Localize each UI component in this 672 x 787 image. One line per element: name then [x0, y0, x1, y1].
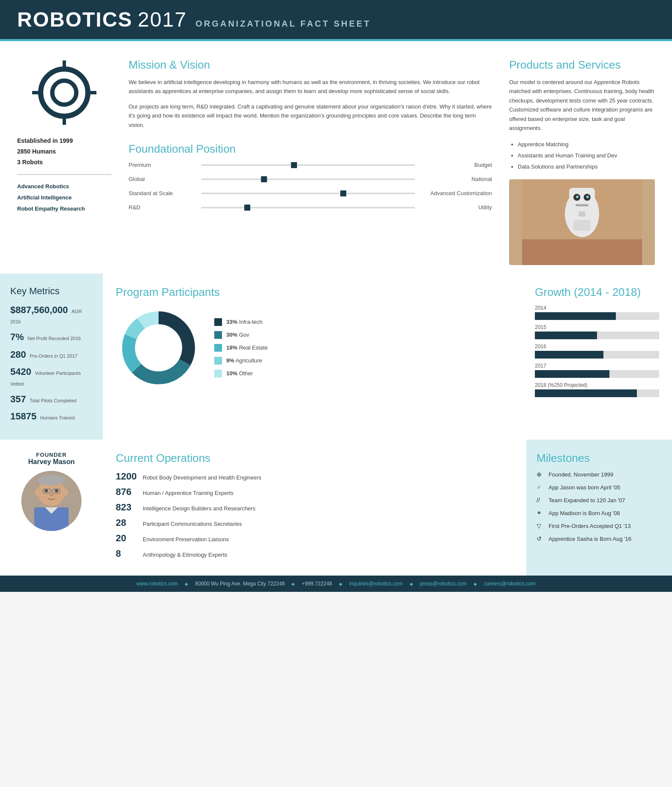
- metric-preorders: 280 Pre-Orders in Q1 2017: [10, 348, 93, 362]
- expertise-list: Advanced Robotics Artificial Intelligenc…: [17, 181, 111, 214]
- expertise-2: Artificial Intelligence: [17, 192, 111, 203]
- pos-dot-1: [291, 162, 297, 168]
- legend-label-other: 10% Other: [226, 370, 253, 377]
- growth-track-2014: [535, 312, 659, 320]
- metric-agr-value: $887,560,000: [10, 305, 68, 315]
- robot-svg: [522, 179, 642, 265]
- op-20-label: Environment Preservation Liaisons: [143, 536, 229, 543]
- metric-volunteers-value: 5420: [10, 366, 31, 377]
- svg-point-1: [52, 81, 76, 105]
- footer-diamond-1: ◆: [185, 582, 188, 586]
- position-row-4: R&D Utility: [129, 204, 492, 211]
- svg-rect-16: [522, 239, 642, 265]
- svg-rect-27: [214, 370, 222, 377]
- op-20-value: 20: [116, 533, 139, 544]
- milestone-text-6: Apprentice Sasha is Born Aug '16: [549, 536, 631, 542]
- svg-rect-15: [573, 220, 591, 231]
- milestone-6: ↺ Apprentice Sasha is Born Aug '16: [537, 535, 662, 542]
- footer-email1[interactable]: inquiries@robotics.com: [349, 581, 403, 587]
- operations-title: Current Operations: [116, 452, 513, 465]
- founder-avatar: [21, 471, 81, 531]
- milestone-icon-5: ▽: [537, 522, 544, 529]
- established-line: Established in 1999: [17, 136, 111, 146]
- footer-email3[interactable]: careers@robotics.com: [484, 581, 535, 587]
- products-title: Products and Services: [509, 58, 655, 72]
- op-8: 8 Anthropology & Etimology Experts: [116, 548, 513, 559]
- pos-label-premium: Premium: [129, 162, 201, 168]
- legend-label-agriculture: 9% Agriculture: [226, 357, 262, 364]
- pos-label-global: Global: [129, 176, 201, 182]
- growth-bar-2018: [535, 389, 637, 397]
- donut-chart: [116, 305, 201, 391]
- milestone-text-3: Team Expanded to 120 Jan '07: [549, 497, 625, 504]
- footer-website[interactable]: www.robotics.com: [137, 581, 178, 587]
- pos-dot-2: [261, 176, 267, 182]
- svg-point-32: [62, 488, 68, 496]
- growth-title: Growth (2014 - 2018): [535, 286, 659, 299]
- metrics-box: Key Metrics $887,560,000 AGR 2016 7% Net…: [0, 274, 103, 440]
- svg-rect-8: [569, 188, 595, 211]
- header-subtitle: ORGANIZATIONAL FACT SHEET: [195, 19, 371, 29]
- position-row-3: Standard at Scale Advanced Customization: [129, 190, 492, 196]
- divider: [17, 174, 111, 175]
- expertise-1: Advanced Robotics: [17, 181, 111, 192]
- legend-agriculture: 9% Agriculture: [214, 357, 268, 365]
- mission-para2: Our projects are long term, R&D integrat…: [129, 102, 492, 130]
- header-title-bold: ROBOTICS: [17, 8, 132, 31]
- pos-dot-3: [340, 190, 346, 196]
- legend-label-gov: 30% Gov: [226, 332, 249, 338]
- header-year: 2017: [138, 8, 187, 31]
- svg-point-0: [41, 69, 88, 116]
- growth-bar-2016: [535, 351, 603, 359]
- op-876: 876 Human / Apprentice Training Experts: [116, 486, 513, 498]
- svg-point-38: [50, 494, 53, 496]
- op-876-label: Human / Apprentice Training Experts: [143, 490, 234, 496]
- op-823-value: 823: [116, 502, 139, 513]
- robots-line: 3 Robots: [17, 157, 111, 168]
- growth-bar-2017: [535, 370, 609, 378]
- pos-label-utility: Utility: [415, 204, 492, 211]
- bottom-section: FOUNDER Harvey Mason: [0, 440, 672, 576]
- milestone-icon-4: ⚭: [537, 510, 544, 516]
- footer-email2[interactable]: press@robotics.com: [420, 581, 467, 587]
- metric-pilots-value: 357: [10, 394, 26, 404]
- metric-pilots-label: Total Pilots Completed: [30, 398, 76, 403]
- milestone-text-4: App Madison is Born Aug '08: [549, 510, 620, 516]
- milestone-icon-1: ⊕: [537, 471, 544, 478]
- metrics-title: Key Metrics: [10, 286, 93, 297]
- svg-point-33: [45, 489, 48, 492]
- op-28: 28 Participant Communications Secretarie…: [116, 517, 513, 528]
- milestone-icon-6: ↺: [537, 535, 544, 542]
- program-section: Program Participants: [103, 274, 526, 440]
- legend-dot-other: [214, 370, 222, 377]
- legend-dot-agriculture: [214, 357, 222, 365]
- top-section: Established in 1999 2850 Humans 3 Robots…: [0, 41, 672, 274]
- metric-agr: $887,560,000 AGR 2016: [10, 304, 93, 326]
- svg-point-12: [586, 196, 589, 198]
- logo-circle: [30, 58, 99, 127]
- op-20: 20 Environment Preservation Liaisons: [116, 533, 513, 544]
- growth-row-2017: 2017: [535, 363, 659, 378]
- op-28-label: Participant Communications Secretaries: [143, 521, 242, 527]
- growth-row-2016: 2016: [535, 344, 659, 359]
- milestone-text-2: App Jason was born April '05: [549, 484, 620, 491]
- svg-rect-26: [214, 357, 222, 365]
- metric-profit-value: 7%: [10, 332, 24, 342]
- product-1: Apprentice Matching: [518, 139, 655, 150]
- pos-track-3: [201, 193, 415, 194]
- op-823: 823 Intelligence Design Builders and Res…: [116, 502, 513, 513]
- mission-title: Mission & Vision: [129, 58, 492, 72]
- legend-dot-infratech: [214, 318, 222, 326]
- footer-diamond-4: ◆: [410, 582, 413, 586]
- op-1200: 1200 Robot Body Development and Health E…: [116, 471, 513, 482]
- op-1200-value: 1200: [116, 471, 139, 482]
- svg-rect-25: [214, 344, 222, 352]
- founder-name: Harvey Mason: [28, 458, 75, 466]
- milestone-text-5: First Pre-Orders Accepted Q1 '13: [549, 523, 631, 529]
- milestone-icon-2: ♂: [537, 484, 544, 491]
- established-info: Established in 1999 2850 Humans 3 Robots: [17, 136, 111, 168]
- growth-bars: 2014 2015 2016: [535, 305, 659, 397]
- pos-label-national: National: [415, 176, 492, 182]
- legend-label-infratech: 33% Infra-tech: [226, 319, 263, 325]
- product-3: Data Solutions and Partnerships: [518, 161, 655, 172]
